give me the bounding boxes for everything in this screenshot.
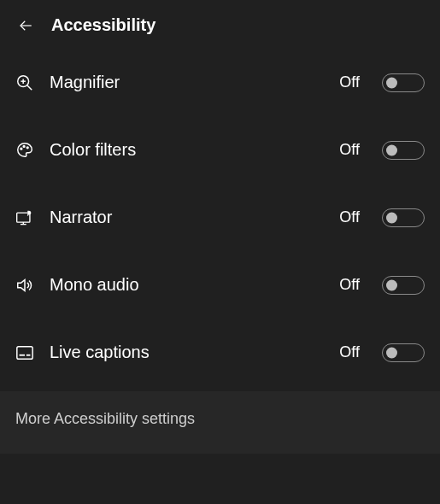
header: Accessibility [0,0,440,49]
svg-rect-12 [17,346,32,359]
back-arrow-icon [18,18,33,33]
setting-label: Color filters [50,140,324,160]
setting-row-mono-audio[interactable]: Mono audio Off [0,251,440,319]
settings-list: Magnifier Off Color filters Off [0,49,440,386]
svg-point-6 [23,145,25,147]
setting-status: Off [339,276,360,294]
setting-row-color-filters[interactable]: Color filters Off [0,116,440,184]
svg-line-2 [27,85,32,89]
toggle-knob [386,144,397,155]
setting-label: Magnifier [50,73,324,92]
svg-marker-11 [18,279,25,290]
toggle-color-filters[interactable] [382,141,425,160]
setting-row-magnifier[interactable]: Magnifier Off [0,49,440,116]
back-button[interactable] [17,17,34,34]
toggle-live-captions[interactable] [382,343,425,362]
speaker-icon [15,276,34,295]
toggle-knob [386,347,397,358]
toggle-mono-audio[interactable] [382,276,425,295]
setting-label: Narrator [50,208,324,227]
toggle-knob [386,77,397,88]
svg-point-7 [26,146,28,148]
setting-label: Mono audio [50,275,324,295]
setting-status: Off [339,73,360,91]
narrator-icon [15,208,34,227]
setting-label: Live captions [50,343,324,362]
toggle-narrator[interactable] [382,208,425,227]
setting-status: Off [339,141,360,159]
toggle-knob [386,279,397,290]
svg-point-5 [21,148,22,149]
setting-row-live-captions[interactable]: Live captions Off [0,319,440,386]
page-title: Accessibility [51,15,155,35]
footer: More Accessibility settings [0,391,440,454]
toggle-magnifier[interactable] [382,73,425,92]
palette-icon [15,141,34,160]
setting-status: Off [339,208,360,226]
magnifier-icon [15,73,34,92]
captions-icon [15,343,34,362]
setting-row-narrator[interactable]: Narrator Off [0,184,440,251]
more-accessibility-settings-link[interactable]: More Accessibility settings [15,410,425,428]
setting-status: Off [339,343,360,361]
toggle-knob [386,212,397,223]
